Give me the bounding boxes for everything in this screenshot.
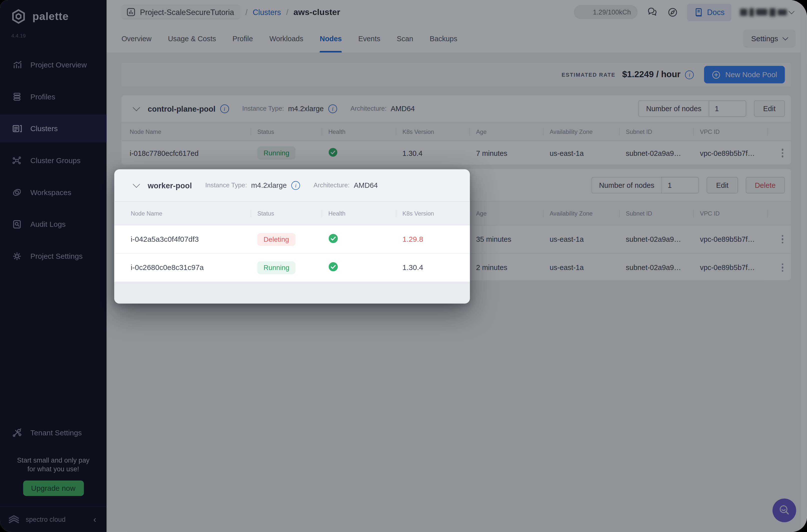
pool-title: worker-pool: [148, 181, 192, 190]
table-row[interactable]: i-0c2680c0e8c31c97a Running 1.30.4: [114, 254, 470, 282]
instance-type-value: m4.2xlarge: [251, 181, 287, 189]
node-table-header: Node Name Status Health K8s Version: [114, 201, 470, 225]
col-status: Status: [257, 210, 328, 216]
spotlight-footer-strip: [114, 282, 470, 304]
worker-pool-spotlight: worker-pool Instance Type: m4.2xlarge Ar…: [114, 169, 470, 304]
k8s-version: 1.29.8: [402, 235, 470, 243]
worker-pool-header-highlight: worker-pool Instance Type: m4.2xlarge Ar…: [114, 169, 470, 201]
instance-type-label: Instance Type:: [205, 182, 247, 189]
health-ok-icon: [328, 262, 338, 271]
health-ok-icon: [328, 233, 338, 243]
table-row[interactable]: i-042a5a3c0f4f07df3 Deleting 1.29.8: [114, 225, 470, 253]
col-health: Health: [328, 210, 402, 216]
col-node-name: Node Name: [131, 210, 257, 216]
architecture-label: Architecture:: [314, 182, 350, 189]
info-icon[interactable]: [291, 181, 300, 190]
collapse-pool-icon[interactable]: [133, 180, 140, 188]
node-name: i-0c2680c0e8c31c97a: [131, 264, 257, 272]
k8s-version: 1.30.4: [402, 264, 470, 272]
status-badge: Running: [257, 261, 296, 274]
col-k8s-version: K8s Version: [402, 210, 470, 216]
architecture-value: AMD64: [354, 181, 378, 189]
status-badge: Deleting: [257, 233, 295, 246]
app-window: palette 4.4.19 Project Overview Profiles: [0, 0, 807, 532]
node-name: i-042a5a3c0f4f07df3: [131, 235, 257, 243]
